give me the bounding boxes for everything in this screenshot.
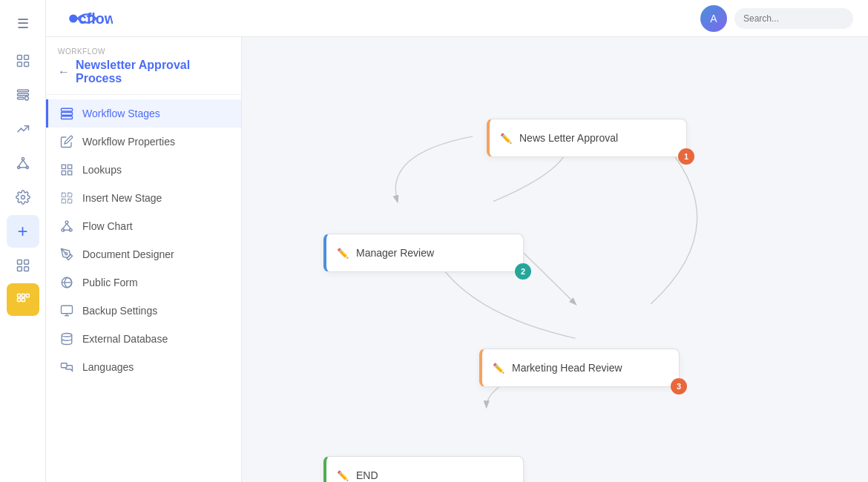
icon-btn-settings[interactable] <box>7 181 39 214</box>
svg-point-8 <box>22 158 24 160</box>
svg-point-48 <box>62 334 72 337</box>
svg-rect-35 <box>62 199 65 203</box>
hamburger-icon[interactable]: ☰ <box>7 7 39 40</box>
svg-rect-4 <box>17 90 28 92</box>
svg-rect-29 <box>62 165 65 168</box>
svg-rect-0 <box>17 56 22 60</box>
workflow-properties-icon <box>60 135 73 148</box>
sidebar-item-label: Workflow Properties <box>82 136 175 148</box>
canvas-area: ✏️ News Letter Approval 1 ✏️ Manager Rev… <box>242 37 868 482</box>
avatar[interactable]: A <box>700 5 727 32</box>
node3-badge: 3 <box>671 378 687 394</box>
sidebar-item-label: Flow Chart <box>82 220 133 232</box>
content-area: WORKFLOW ← Newsletter Approval Process W… <box>46 37 868 482</box>
sidebar-item-label: Insert New Stage <box>82 192 162 204</box>
sidebar-item-label: External Database <box>82 333 168 345</box>
svg-point-14 <box>21 196 24 199</box>
svg-rect-6 <box>17 97 23 99</box>
svg-rect-45 <box>62 306 73 314</box>
sidebar-item-workflow-stages[interactable]: Workflow Stages <box>46 99 241 128</box>
sidebar-item-insert-new-stage[interactable]: Insert New Stage <box>46 184 241 212</box>
svg-rect-3 <box>24 62 28 67</box>
svg-rect-17 <box>17 267 22 271</box>
node4-label: END <box>356 469 378 481</box>
flow-node-3[interactable]: ✏️ Marketing Head Review 3 <box>479 349 680 387</box>
sidebar-item-document-designer[interactable]: Document Designer <box>46 240 241 268</box>
svg-rect-34 <box>68 193 72 197</box>
node1-label: News Letter Approval <box>519 132 618 144</box>
node3-edit-icon: ✏️ <box>493 363 504 374</box>
back-button[interactable]: ← <box>58 65 70 79</box>
icon-btn-workflow-active[interactable] <box>7 283 39 316</box>
insert-stage-icon <box>60 191 73 205</box>
sidebar-item-external-database[interactable]: External Database <box>46 325 241 353</box>
sidebar-item-label: Workflow Stages <box>82 108 160 119</box>
document-designer-icon <box>60 248 73 261</box>
icon-sidebar: ☰ + <box>0 0 46 482</box>
svg-rect-26 <box>62 108 73 111</box>
svg-rect-5 <box>17 93 28 95</box>
flow-node-2[interactable]: ✏️ Manager Review 2 <box>323 234 524 272</box>
logo-area: cflow <box>61 8 113 29</box>
svg-rect-21 <box>22 298 24 301</box>
sidebar-item-backup-settings[interactable]: Backup Settings <box>46 297 241 325</box>
svg-rect-19 <box>17 294 20 297</box>
icon-btn-dashboard[interactable] <box>7 44 39 77</box>
node2-label: Manager Review <box>356 247 434 259</box>
public-form-icon <box>60 276 73 289</box>
sidebar-item-workflow-properties[interactable]: Workflow Properties <box>46 128 241 156</box>
workflow-breadcrumb: WORKFLOW <box>58 47 229 56</box>
icon-btn-add[interactable]: + <box>7 215 39 248</box>
flow-chart-icon <box>60 219 73 233</box>
backup-settings-icon <box>60 304 73 317</box>
icon-btn-grid[interactable] <box>7 249 39 282</box>
svg-rect-33 <box>62 193 65 197</box>
svg-rect-16 <box>24 260 28 265</box>
icon-btn-nodes[interactable] <box>7 147 39 179</box>
node1-badge: 1 <box>678 148 694 165</box>
flow-node-1[interactable]: ✏️ News Letter Approval 1 <box>487 119 687 157</box>
svg-text:cflow: cflow <box>79 10 113 27</box>
lookups-icon <box>60 163 73 176</box>
svg-point-24 <box>69 14 77 22</box>
node1-edit-icon: ✏️ <box>500 133 512 144</box>
svg-rect-22 <box>17 298 20 301</box>
page-title: Newsletter Approval Process <box>76 59 229 85</box>
svg-point-37 <box>65 221 68 224</box>
sidebar-item-public-form[interactable]: Public Form <box>46 268 241 297</box>
top-bar: cflow A <box>46 0 868 37</box>
sidebar-item-label: Public Form <box>82 277 138 288</box>
svg-rect-31 <box>62 171 65 175</box>
svg-point-43 <box>65 253 68 255</box>
main-layout: cflow A WORKFLOW ← Newsletter Approval P… <box>46 0 868 482</box>
search-input[interactable] <box>734 8 853 29</box>
svg-rect-23 <box>26 294 29 297</box>
svg-rect-32 <box>68 171 72 175</box>
svg-line-11 <box>19 160 23 166</box>
sidebar-item-languages[interactable]: Languages <box>46 353 241 381</box>
icon-btn-data[interactable] <box>7 79 39 111</box>
flow-node-4[interactable]: ✏️ END 4 <box>323 456 524 482</box>
external-database-icon <box>60 332 73 346</box>
svg-rect-2 <box>17 62 22 67</box>
svg-line-12 <box>23 160 27 166</box>
node2-badge: 2 <box>515 263 531 280</box>
svg-rect-1 <box>24 56 28 60</box>
logo: cflow <box>61 8 113 29</box>
node4-edit-icon: ✏️ <box>337 470 349 481</box>
sidebar-item-label: Languages <box>82 361 134 373</box>
logo-svg: cflow <box>61 8 113 29</box>
workflow-stages-icon <box>60 107 73 120</box>
svg-rect-49 <box>62 363 68 368</box>
languages-icon <box>60 360 73 374</box>
svg-rect-28 <box>62 116 73 119</box>
svg-line-41 <box>67 224 70 229</box>
svg-rect-30 <box>68 165 72 168</box>
svg-rect-15 <box>17 260 22 265</box>
sidebar-item-label: Lookups <box>82 164 122 176</box>
top-right: A <box>700 5 853 32</box>
icon-btn-analytics[interactable] <box>7 113 39 145</box>
sidebar-item-flow-chart[interactable]: Flow Chart <box>46 212 241 240</box>
sidebar-item-lookups[interactable]: Lookups <box>46 156 241 184</box>
sidebar: WORKFLOW ← Newsletter Approval Process W… <box>46 37 242 482</box>
